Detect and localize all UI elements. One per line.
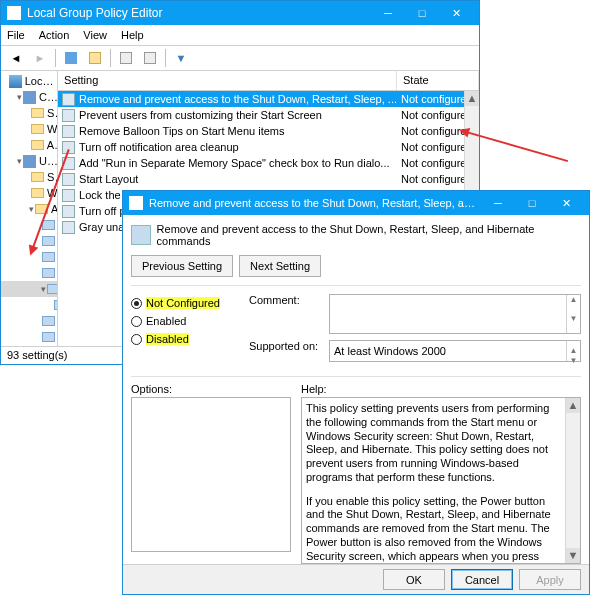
tree-item[interactable]: Software Settings bbox=[1, 105, 57, 121]
tree-item[interactable]: ▾User Configuration bbox=[1, 153, 57, 169]
cancel-button[interactable]: Cancel bbox=[451, 569, 513, 590]
list-row[interactable]: Remove Balloon Tips on Start Menu itemsN… bbox=[58, 123, 479, 139]
tree-item[interactable]: ▾Computer Configuration bbox=[1, 89, 57, 105]
policy-tree[interactable]: Local Computer Policy▾Computer Configura… bbox=[1, 71, 58, 346]
options-label: Options: bbox=[131, 383, 291, 395]
help-box: This policy setting prevents users from … bbox=[301, 397, 581, 564]
next-setting-button[interactable]: Next Setting bbox=[239, 255, 321, 277]
maximize-button[interactable]: □ bbox=[405, 1, 439, 25]
menubar: File Action View Help bbox=[1, 25, 479, 45]
list-row[interactable]: Turn off notification area cleanupNot co… bbox=[58, 139, 479, 155]
menu-action[interactable]: Action bbox=[39, 29, 70, 41]
menu-file[interactable]: File bbox=[7, 29, 25, 41]
show-hide-icon[interactable] bbox=[84, 47, 106, 69]
comment-label: Comment: bbox=[249, 294, 323, 334]
previous-setting-button[interactable]: Previous Setting bbox=[131, 255, 233, 277]
dialog-heading-row: Remove and prevent access to the Shut Do… bbox=[131, 219, 581, 251]
tree-item[interactable]: Software Settings bbox=[1, 169, 57, 185]
tree-item[interactable]: Control Panel bbox=[1, 217, 57, 233]
close-button[interactable]: ✕ bbox=[549, 191, 583, 215]
tree-item[interactable]: ▾Start Menu and Taskbar bbox=[1, 281, 57, 297]
minimize-button[interactable]: ─ bbox=[371, 1, 405, 25]
list-row[interactable]: Add "Run in Separate Memory Space" check… bbox=[58, 155, 479, 171]
tree-item[interactable]: Shared Folders bbox=[1, 265, 57, 281]
maximize-button[interactable]: □ bbox=[515, 191, 549, 215]
supported-field: At least Windows 2000 ▲▼ bbox=[329, 340, 581, 362]
spin-up-icon[interactable]: ▲ bbox=[567, 341, 580, 351]
list-header: Setting State bbox=[58, 71, 479, 91]
scrollbar[interactable]: ▲ ▼ bbox=[565, 398, 580, 563]
properties-icon[interactable] bbox=[115, 47, 137, 69]
tree-item[interactable]: System bbox=[1, 313, 57, 329]
spin-down-icon[interactable]: ▼ bbox=[567, 314, 580, 333]
app-icon bbox=[7, 6, 21, 20]
list-row[interactable]: Start LayoutNot configured bbox=[58, 171, 479, 187]
up-icon[interactable] bbox=[60, 47, 82, 69]
gpedit-titlebar[interactable]: Local Group Policy Editor ─ □ ✕ bbox=[1, 1, 479, 25]
menu-help[interactable]: Help bbox=[121, 29, 144, 41]
radio-icon bbox=[131, 298, 142, 309]
export-icon[interactable] bbox=[139, 47, 161, 69]
spin-down-icon[interactable]: ▼ bbox=[567, 351, 580, 361]
options-box bbox=[131, 397, 291, 552]
minimize-button[interactable]: ─ bbox=[481, 191, 515, 215]
list-row[interactable]: Remove and prevent access to the Shut Do… bbox=[58, 91, 479, 107]
state-radio-group: Not Configured Enabled Disabled bbox=[131, 294, 239, 368]
tree-item[interactable]: All Settings bbox=[1, 345, 57, 346]
ok-button[interactable]: OK bbox=[383, 569, 445, 590]
close-button[interactable]: ✕ bbox=[439, 1, 473, 25]
window-title: Local Group Policy Editor bbox=[27, 6, 371, 20]
radio-icon bbox=[131, 334, 142, 345]
policy-icon bbox=[131, 225, 151, 245]
forward-button[interactable]: ► bbox=[29, 47, 51, 69]
policy-dialog: Remove and prevent access to the Shut Do… bbox=[122, 190, 590, 595]
radio-label: Not Configured bbox=[146, 297, 220, 309]
help-text: This policy setting prevents users from … bbox=[306, 402, 564, 485]
tree-item[interactable]: Notifications bbox=[1, 297, 57, 313]
radio-icon bbox=[131, 316, 142, 327]
radio-enabled[interactable]: Enabled bbox=[131, 312, 239, 330]
radio-not-configured[interactable]: Not Configured bbox=[131, 294, 239, 312]
col-state[interactable]: State bbox=[397, 71, 479, 90]
scroll-up-icon[interactable]: ▲ bbox=[566, 398, 580, 413]
dialog-title: Remove and prevent access to the Shut Do… bbox=[149, 197, 481, 209]
tree-item[interactable]: Windows Settings bbox=[1, 121, 57, 137]
help-text: If you enable this policy setting, the P… bbox=[306, 495, 564, 565]
comment-field[interactable]: ▲▼ bbox=[329, 294, 581, 334]
dialog-heading: Remove and prevent access to the Shut Do… bbox=[157, 223, 581, 247]
back-button[interactable]: ◄ bbox=[5, 47, 27, 69]
radio-disabled[interactable]: Disabled bbox=[131, 330, 239, 348]
help-label: Help: bbox=[301, 383, 581, 395]
apply-button[interactable]: Apply bbox=[519, 569, 581, 590]
tree-item[interactable]: Administrative Templates bbox=[1, 137, 57, 153]
radio-label: Enabled bbox=[146, 315, 186, 327]
col-setting[interactable]: Setting bbox=[58, 71, 397, 90]
supported-value: At least Windows 2000 bbox=[334, 345, 446, 357]
tree-item[interactable]: Local Computer Policy bbox=[1, 73, 57, 89]
supported-label: Supported on: bbox=[249, 340, 323, 362]
tree-item[interactable]: Windows Components bbox=[1, 329, 57, 345]
list-row[interactable]: Prevent users from customizing their Sta… bbox=[58, 107, 479, 123]
dialog-icon bbox=[129, 196, 143, 210]
dialog-titlebar[interactable]: Remove and prevent access to the Shut Do… bbox=[123, 191, 589, 215]
radio-label: Disabled bbox=[146, 333, 189, 345]
scroll-down-icon[interactable]: ▼ bbox=[566, 548, 580, 563]
menu-view[interactable]: View bbox=[83, 29, 107, 41]
filter-icon[interactable]: ▼ bbox=[170, 47, 192, 69]
scroll-up-icon[interactable]: ▲ bbox=[465, 91, 479, 106]
toolbar: ◄ ► ▼ bbox=[1, 45, 479, 71]
dialog-footer: OK Cancel Apply bbox=[123, 564, 589, 594]
spin-up-icon[interactable]: ▲ bbox=[567, 295, 580, 314]
